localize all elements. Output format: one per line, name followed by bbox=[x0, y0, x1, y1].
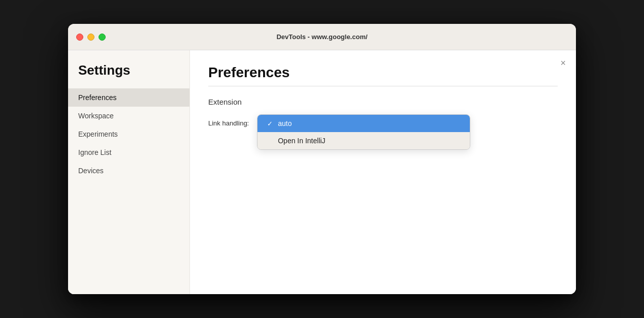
window-title: DevTools - www.google.com/ bbox=[276, 33, 367, 41]
section-title: Preferences bbox=[208, 65, 558, 81]
main-content: × Preferences Extension Link handling: ✓… bbox=[190, 50, 576, 294]
section-divider bbox=[208, 86, 558, 86]
content-area: Settings Preferences Workspace Experimen… bbox=[68, 50, 576, 294]
sidebar-title: Settings bbox=[68, 62, 189, 88]
minimize-window-button[interactable] bbox=[87, 34, 94, 41]
titlebar: DevTools - www.google.com/ bbox=[68, 24, 576, 50]
sidebar-item-experiments[interactable]: Experiments bbox=[68, 125, 189, 143]
dropdown-list: ✓ auto Open In IntelliJ bbox=[257, 114, 470, 150]
maximize-window-button[interactable] bbox=[99, 34, 106, 41]
sidebar-item-ignore-list[interactable]: Ignore List bbox=[68, 143, 189, 162]
sidebar-item-preferences[interactable]: Preferences bbox=[68, 88, 189, 107]
check-icon: ✓ bbox=[266, 120, 274, 128]
dropdown-option-auto[interactable]: ✓ auto bbox=[257, 115, 470, 132]
close-window-button[interactable] bbox=[76, 34, 83, 41]
devtools-window: DevTools - www.google.com/ Settings Pref… bbox=[68, 24, 576, 294]
link-handling-row: Link handling: ✓ auto Open In IntelliJ bbox=[208, 114, 558, 150]
sidebar-item-devices[interactable]: Devices bbox=[68, 162, 189, 180]
dropdown-option-intellij-label: Open In IntelliJ bbox=[278, 137, 325, 145]
link-handling-label: Link handling: bbox=[208, 115, 249, 127]
dropdown-option-auto-label: auto bbox=[278, 119, 292, 128]
sidebar-item-workspace[interactable]: Workspace bbox=[68, 107, 189, 125]
traffic-lights bbox=[76, 34, 106, 41]
subsection-title: Extension bbox=[208, 98, 558, 106]
settings-close-button[interactable]: × bbox=[560, 58, 566, 68]
link-handling-dropdown[interactable]: ✓ auto Open In IntelliJ bbox=[257, 114, 470, 150]
sidebar: Settings Preferences Workspace Experimen… bbox=[68, 50, 190, 294]
dropdown-option-intellij[interactable]: Open In IntelliJ bbox=[257, 132, 470, 149]
